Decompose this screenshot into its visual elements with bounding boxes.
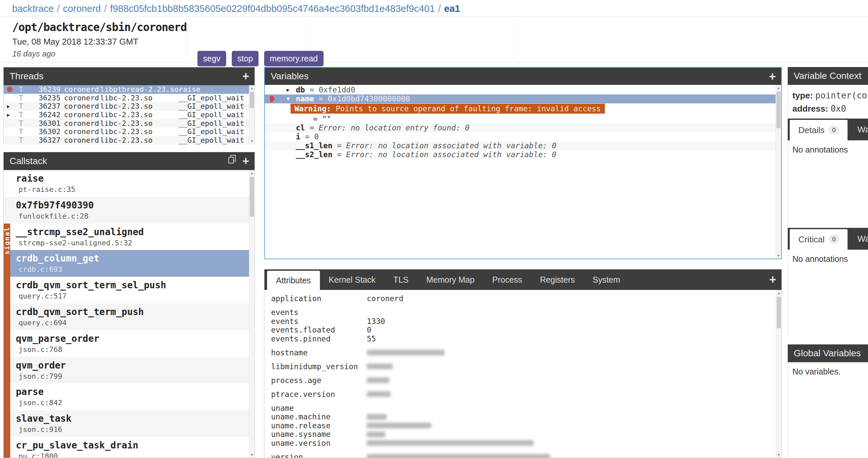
attribute-key: ptrace.version <box>271 390 367 399</box>
tab-details[interactable]: Details0 <box>790 120 847 142</box>
callstack-frame[interactable]: qvm_parse_order json.c:768 <box>4 330 254 357</box>
callstack-scrollbar[interactable]: ▲ ▼ <box>249 170 254 458</box>
callstack-frame[interactable]: crdb_column_get crdb.c:693 <box>4 250 254 277</box>
add-icon[interactable]: + <box>769 68 776 86</box>
thread-library: libc-2.23.so <box>100 94 179 102</box>
callstack-frame[interactable]: qvm_order json.c:799 <box>4 357 254 384</box>
add-icon[interactable]: + <box>242 67 249 85</box>
callstack-frame[interactable]: slave_task json.c:916 <box>4 410 254 437</box>
dump-title: /opt/backtrace/sbin/coronerd <box>12 21 187 34</box>
thread-app: coronerd <box>64 111 100 119</box>
scrollbar-thumb[interactable] <box>777 92 780 128</box>
thread-row[interactable]: ▶ T 36237 coronerd libc-2.23.so __GI_epo… <box>4 102 254 111</box>
tab-kernel-stack[interactable]: Kernel Stack <box>320 270 385 290</box>
thread-app: coronerd <box>64 85 100 93</box>
add-icon[interactable]: + <box>769 270 776 290</box>
thread-row[interactable]: T 36301 coronerd libc-2.23.so __GI_epoll… <box>4 119 254 127</box>
tab-system[interactable]: System <box>584 270 629 290</box>
frame-source: funlockfile.c:28 <box>16 211 254 221</box>
variable-row[interactable]: ▼ name = 0x1d0bd74300000000 <box>265 94 781 103</box>
tab-tls[interactable]: TLS <box>384 270 417 290</box>
thread-function: __GI_epoll_wait <box>179 127 254 136</box>
callstack-frame[interactable]: crdb_qvm_sort_term_sel_push query.c:517 <box>4 277 254 303</box>
stop-button[interactable]: stop <box>232 51 258 66</box>
tab-warning[interactable]: Warning <box>849 228 868 250</box>
variable-row[interactable]: i = 0 <box>265 132 781 141</box>
scroll-down-icon[interactable]: ▼ <box>776 452 781 458</box>
variable-value: 0x1d0bd74300000000 <box>328 94 410 103</box>
frame-source: query.c:694 <box>16 318 254 328</box>
breadcrumb-link[interactable]: coronerd <box>63 3 101 14</box>
tab-memory-map[interactable]: Memory Map <box>417 270 483 290</box>
attribute-value: 55 <box>367 335 376 343</box>
thread-row[interactable]: T 36302 coronerd libc-2.23.so __GI_epoll… <box>4 127 254 136</box>
expand-icon[interactable]: ▶ <box>7 112 10 118</box>
variable-row[interactable]: ▶ db = 0xfe1dd0 <box>265 86 781 94</box>
thread-row[interactable]: T 36235 coronerd libc-2.23.so __GI_epoll… <box>4 94 254 102</box>
scroll-down-icon[interactable]: ▼ <box>776 253 781 258</box>
callstack-frame[interactable]: __strcmp_sse2_unaligned strcmp-sse2-unal… <box>4 223 254 250</box>
scroll-up-icon[interactable]: ▲ <box>776 85 781 91</box>
add-icon[interactable]: + <box>242 152 249 170</box>
attribute-key: uname <box>271 404 367 413</box>
caret-icon[interactable]: ▼ <box>287 94 289 103</box>
tab-registers[interactable]: Registers <box>531 270 584 290</box>
variable-row[interactable]: __s1_len = Error: no location associated… <box>265 141 781 150</box>
attribute-row: libminidump_version <box>271 362 781 371</box>
breadcrumb-link[interactable]: backtrace <box>12 3 54 14</box>
callstack-frame[interactable]: cr_pu_slave_task_drain pu.c:1800 <box>4 437 254 458</box>
frame-source: pt-raise.c:35 <box>16 185 254 194</box>
variable-error: Error: no location associated with varia… <box>346 141 556 150</box>
attribute-row: uname.version <box>271 439 781 448</box>
detail-tabs-panel: AttributesKernel StackTLSMemory MapProce… <box>264 269 782 458</box>
scrollbar-thumb[interactable] <box>250 177 254 217</box>
attribute-row: uname.release <box>271 421 781 430</box>
segv-button[interactable]: segv <box>197 51 226 66</box>
redacted-value <box>367 364 393 369</box>
thread-pid: 36242 <box>39 111 64 119</box>
scrollbar-thumb[interactable] <box>250 92 254 108</box>
callstack-frame[interactable]: 0x7fb97f490390 funlockfile.c:28 <box>4 197 254 223</box>
scroll-up-icon[interactable]: ▲ <box>249 170 254 176</box>
variable-row[interactable]: __s2_len = Error: no location associated… <box>265 150 781 159</box>
frame-source: json.c:916 <box>16 425 254 434</box>
redacted-value <box>367 414 386 420</box>
attribute-row: events.pinned55 <box>271 335 781 343</box>
scroll-down-icon[interactable]: ▼ <box>249 138 254 144</box>
scroll-up-icon[interactable]: ▲ <box>776 290 781 296</box>
thread-library: libc-2.23.so <box>100 136 179 144</box>
redacted-value <box>367 391 391 397</box>
attributes-scrollbar[interactable]: ▲ ▼ <box>776 290 781 458</box>
scroll-up-icon[interactable]: ▲ <box>249 85 254 91</box>
variables-scrollbar[interactable]: ▲ ▼ <box>776 85 781 258</box>
memory.read-button[interactable]: memory.read <box>264 51 323 66</box>
spacer <box>788 155 868 224</box>
variable-row[interactable]: cl = Error: no location entry found: 0 <box>265 123 781 132</box>
callstack-frame[interactable]: raise pt-raise.c:35 <box>4 170 254 197</box>
header-divider <box>514 20 514 60</box>
variable-context-panel: Variable Context type: pointer(const c a… <box>787 67 868 337</box>
tab-warnings[interactable]: Warnings <box>849 119 868 140</box>
threads-scrollbar[interactable]: ▲ ▼ <box>249 85 254 144</box>
scroll-down-icon[interactable]: ▼ <box>249 452 254 458</box>
breakpoint-icon <box>7 87 12 92</box>
thread-row[interactable]: ▶ T 36242 coronerd libc-2.23.so __GI_epo… <box>4 111 254 119</box>
thread-row[interactable]: T 36327 coronerd libc-2.23.so __GI_epoll… <box>4 136 254 144</box>
callstack-frame[interactable]: crdb_qvm_sort_term_push query.c:694 <box>4 303 254 330</box>
variable-error: Error: no location associated with varia… <box>346 150 556 159</box>
tab-critical[interactable]: Critical0 <box>790 229 847 252</box>
variables-panel-header: Variables + <box>265 68 781 85</box>
tab-attributes[interactable]: Attributes <box>267 271 320 292</box>
attribute-key: uname.machine <box>271 413 367 421</box>
breadcrumb-current: ea1 <box>444 3 460 14</box>
copy-icon[interactable] <box>228 152 237 170</box>
thread-row[interactable]: T 36239 coronerd libpthread-2.23.so rais… <box>4 85 254 94</box>
scrollbar-thumb[interactable] <box>777 297 781 328</box>
callstack-frame[interactable]: parse json.c:842 <box>4 384 254 410</box>
breadcrumb-link[interactable]: f988c05fcb1bb8b5835605e0229f04dbb095c474… <box>110 3 435 14</box>
threads-list: T 36239 coronerd libpthread-2.23.so rais… <box>4 85 254 144</box>
tab-process[interactable]: Process <box>483 270 531 290</box>
caret-icon[interactable]: ▶ <box>287 86 289 94</box>
expand-icon[interactable]: ▶ <box>7 103 10 109</box>
variable-name: __s1_len <box>296 141 333 150</box>
